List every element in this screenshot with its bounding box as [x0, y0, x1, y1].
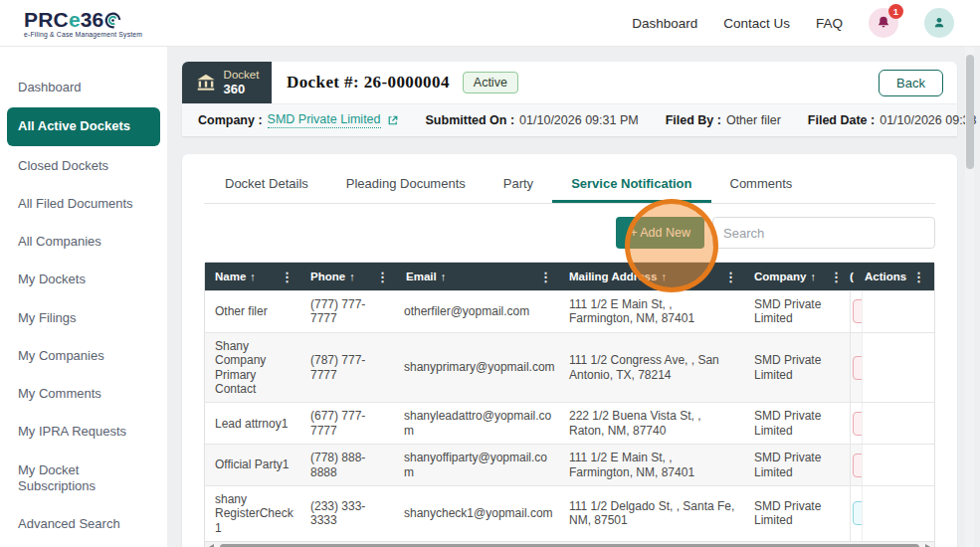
docket-badge-line1: Docket [224, 70, 260, 82]
column-menu-icon[interactable]: ⋮ [375, 270, 390, 284]
column-header[interactable]: Email ↑ ⋮ [396, 270, 559, 284]
docket-title-row: Docket 360 Docket #: 26-0000004 Active B… [182, 62, 957, 103]
cell-company: SMD Private Limited [744, 291, 850, 332]
cell-company: SMD Private Limited [744, 445, 850, 485]
sidebar-item[interactable]: My Filings [0, 299, 167, 337]
cell-mailing-address: 111 1/2 Delgado St, , Santa Fe, NM, 8750… [559, 486, 744, 541]
sort-asc-icon[interactable]: ↑ [441, 271, 447, 282]
user-avatar-button[interactable] [924, 8, 954, 38]
column-header[interactable]: Mailing Address ↑ ⋮ [559, 270, 744, 284]
table-row: shany RegisterCheck1 (233) 333-3333 shan… [205, 485, 934, 541]
cell-name: Official Party1 [205, 445, 300, 485]
cell-clipped-action [850, 486, 862, 541]
cell-actions [862, 403, 934, 444]
cell-name: Lead attrnoy1 [205, 403, 300, 444]
tab[interactable]: Comments [711, 172, 812, 203]
clipped-action-button[interactable] [853, 454, 862, 477]
column-menu-icon[interactable]: ⋮ [723, 270, 738, 284]
row-name: Lead attrnoy1 [215, 417, 288, 431]
search-input[interactable] [712, 217, 935, 249]
cell-email: shanyleadattro@yopmail.com [396, 403, 559, 444]
clipped-action-button[interactable] [853, 501, 862, 525]
column-menu-icon[interactable]: ⋮ [829, 270, 844, 284]
tab[interactable]: Pleading Documents [327, 172, 485, 203]
table-row: Shany Company Primary Contact (787) 777-… [205, 332, 934, 403]
column-menu-icon[interactable]: ⋮ [538, 270, 553, 284]
row-name: Official Party1 [215, 457, 289, 471]
submitted-on-value: 01/10/2026 09:31 PM [519, 113, 639, 127]
tab[interactable]: Party [485, 172, 552, 203]
logo-36: 36 [81, 9, 104, 30]
sidebar-item[interactable]: Advanced Search [0, 505, 167, 543]
cell-phone: (233) 333-3333 [300, 486, 396, 541]
tab-bar: Docket Details Pleading Documents Party … [204, 172, 935, 204]
sidebar-item[interactable]: All Filed Documents [0, 185, 167, 223]
tab[interactable]: Service Notification [552, 172, 710, 203]
top-nav-link[interactable]: FAQ [816, 16, 843, 31]
vertical-scrollbar-thumb[interactable] [966, 55, 974, 169]
row-phone: (787) 777-7777 [310, 353, 390, 382]
top-nav-link[interactable]: Contact Us [723, 16, 790, 31]
clipped-action-button[interactable] [853, 356, 862, 380]
column-header-label-group: Mailing Address ↑ [569, 271, 667, 282]
row-company: SMD Private Limited [754, 409, 844, 438]
brand-logo[interactable]: PRCe36 e-Filing & Case Management System [24, 9, 142, 38]
horizontal-scrollbar[interactable] [205, 541, 934, 547]
row-phone: (777) 777-7777 [310, 297, 390, 326]
column-header-label: Company [754, 271, 806, 282]
row-phone: (677) 777-7777 [310, 409, 390, 438]
sort-asc-icon[interactable]: ↑ [349, 271, 355, 282]
top-header: PRCe36 e-Filing & Case Management System… [0, 0, 980, 47]
tab[interactable]: Docket Details [206, 172, 327, 203]
docket-meta-bar: Company : SMD Private Limited Submitted … [182, 103, 957, 136]
row-mailing-address: 111 1/2 E Main St, , Farmington, NM, 874… [569, 451, 738, 479]
column-header[interactable]: Phone ↑ ⋮ [300, 270, 396, 284]
vertical-scrollbar[interactable] [965, 47, 974, 547]
sidebar-item[interactable]: Dashboard [0, 69, 167, 106]
sidebar-item[interactable]: All Active Dockets [7, 107, 160, 145]
cell-mailing-address: 111 1/2 E Main St, , Farmington, NM, 874… [559, 445, 744, 485]
row-mailing-address: 111 1/2 E Main St, , Farmington, NM, 874… [569, 297, 738, 326]
add-new-button[interactable]: + Add New [616, 217, 704, 249]
top-nav-link[interactable]: Dashboard [632, 16, 697, 31]
cell-clipped-action [850, 291, 862, 332]
column-menu-icon[interactable]: ⋮ [280, 270, 294, 284]
column-header[interactable]: Company ↑ ⋮ [744, 270, 850, 284]
notifications-button[interactable]: 1 [869, 8, 898, 38]
sidebar-item[interactable]: All Companies [0, 223, 167, 261]
row-mailing-address: 222 1/2 Buena Vista St, , Raton, NM, 877… [569, 409, 738, 438]
docket-badge-line2: 360 [224, 83, 260, 95]
company-link[interactable]: SMD Private Limited [268, 112, 381, 128]
sidebar-item[interactable]: Closed Dockets [0, 147, 167, 185]
column-header-label-group: Company ↑ [754, 271, 816, 282]
column-header-label: Email [406, 271, 437, 282]
docket-header-card: Docket 360 Docket #: 26-0000004 Active B… [182, 62, 957, 136]
sidebar-item[interactable]: My Docket Subscriptions [0, 452, 167, 506]
sidebar-item[interactable]: My Companies [0, 337, 167, 375]
sidebar-item[interactable]: My Comments [0, 375, 167, 413]
row-name: Other filer [215, 304, 268, 318]
cell-name: Shany Company Primary Contact [205, 333, 300, 403]
external-link-icon[interactable] [387, 114, 399, 126]
sort-asc-icon[interactable]: ↑ [250, 271, 256, 282]
column-header[interactable]: Name ↑ ⋮ [205, 270, 300, 284]
column-header-label-group: Name ↑ [215, 271, 256, 282]
column-menu-icon[interactable]: ⋮ [911, 270, 926, 284]
column-header-label-group: Phone ↑ [310, 271, 355, 282]
sidebar-item[interactable]: My IPRA Requests [0, 413, 167, 451]
row-mailing-address: 111 1/2 Congress Ave, , San Antonio, TX,… [569, 353, 738, 382]
meta-company: Company : SMD Private Limited [198, 112, 399, 128]
logo-prc: PRC [24, 9, 69, 30]
clipped-action-button[interactable] [853, 299, 862, 323]
cell-name: shany RegisterCheck1 [205, 486, 300, 541]
cell-company: SMD Private Limited [744, 403, 850, 444]
row-company: SMD Private Limited [754, 451, 844, 479]
row-mailing-address: 111 1/2 Delgado St, , Santa Fe, NM, 8750… [569, 499, 738, 528]
cell-clipped-action [850, 403, 862, 444]
bell-icon [876, 15, 891, 31]
clipped-action-button[interactable] [853, 412, 862, 436]
sort-asc-icon[interactable]: ↑ [661, 271, 667, 282]
sort-asc-icon[interactable]: ↑ [810, 271, 816, 282]
back-button[interactable]: Back [879, 70, 943, 96]
sidebar-item[interactable]: My Dockets [0, 261, 167, 298]
